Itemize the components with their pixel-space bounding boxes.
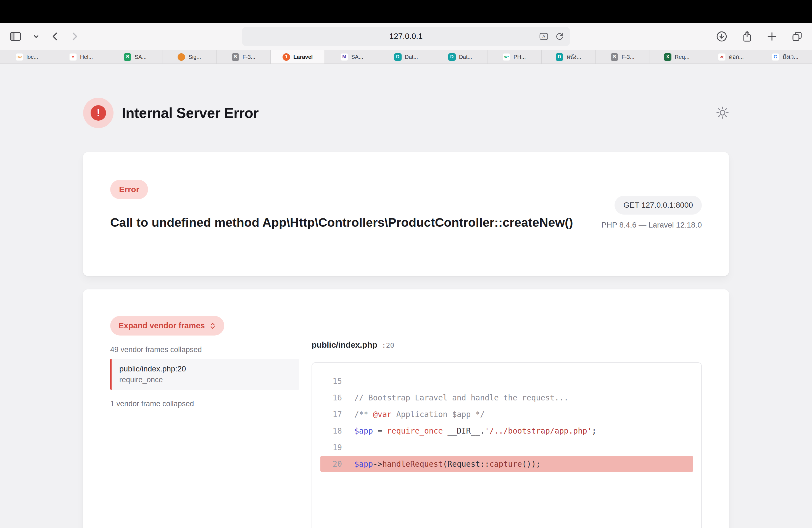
- collapsed-frames-top-note: 49 vendor frames collapsed: [110, 346, 299, 354]
- tab-13[interactable]: ≪ดอก...: [704, 50, 758, 63]
- tab-favicon: PMA: [16, 53, 23, 61]
- code-file-name: public/index.php: [311, 340, 377, 350]
- request-pill: GET 127.0.0.1:8000: [614, 196, 702, 215]
- stack-frame-item[interactable]: public/index.php:20 require_once: [110, 359, 299, 390]
- line-number: 15: [320, 377, 342, 386]
- tabs-overview-icon: [792, 31, 802, 42]
- tab-label: SA...: [134, 54, 146, 60]
- share-icon: [742, 30, 752, 43]
- code-block[interactable]: 1516// Bootstrap Laravel and handle the …: [311, 362, 702, 528]
- forward-icon: [71, 31, 79, 42]
- tab-label: Sig...: [188, 54, 201, 60]
- stack-frame-file: public/index.php:20: [119, 365, 291, 373]
- toolbar-right-group: [714, 29, 804, 44]
- back-icon: [51, 31, 59, 42]
- tab-4[interactable]: SF-3...: [217, 50, 271, 63]
- reload-icon[interactable]: [555, 32, 564, 41]
- tab-2[interactable]: SSA...: [108, 50, 162, 63]
- tab-10[interactable]: Dหนัง...: [541, 50, 596, 63]
- tab-label: ดอก...: [729, 53, 744, 61]
- line-number: 20: [320, 459, 342, 469]
- tab-6[interactable]: MSA...: [325, 50, 379, 63]
- environment-info: PHP 8.4.6 — Laravel 12.18.0: [601, 221, 702, 230]
- tab-label: loc...: [27, 54, 38, 60]
- code-line-20: 20$app->handleRequest(Request::capture()…: [320, 456, 693, 472]
- tab-9[interactable]: W³PH...: [488, 50, 541, 63]
- back-button[interactable]: [49, 29, 61, 44]
- expand-vendor-frames-button[interactable]: Expand vendor frames: [110, 316, 224, 336]
- code-text: // Bootstrap Laravel and handle the requ…: [354, 393, 568, 402]
- code-line-17: 17/** @var Application $app */: [320, 406, 693, 423]
- error-alert-icon: !: [83, 98, 114, 128]
- tab-14[interactable]: Gมีงเว...: [758, 50, 812, 63]
- tab-label: PH...: [513, 54, 526, 60]
- translate-icon[interactable]: A: [539, 32, 549, 41]
- share-button[interactable]: [740, 29, 754, 44]
- tab-label: มีงเว...: [782, 53, 798, 61]
- sidebar-icon: [10, 31, 21, 41]
- url-text: 127.0.0.1: [389, 32, 423, 41]
- error-card: Error GET 127.0.0.1:8000 PHP 8.4.6 — Lar…: [83, 152, 729, 276]
- forward-button[interactable]: [69, 29, 81, 44]
- code-line-16: 16// Bootstrap Laravel and handle the re…: [320, 390, 693, 406]
- code-line-18: 18$app = require_once __DIR__.'/../boots…: [320, 423, 693, 439]
- sidebar-dropdown-button[interactable]: [31, 33, 41, 40]
- new-tab-button[interactable]: [765, 30, 779, 43]
- line-number: 18: [320, 426, 342, 436]
- tab-label: F-3...: [621, 54, 634, 60]
- download-icon: [716, 31, 727, 42]
- tab-favicon: D: [394, 53, 402, 61]
- sidebar-toggle-button[interactable]: [8, 30, 23, 43]
- toolbar-left-group: [8, 29, 81, 44]
- line-number: 16: [320, 393, 342, 402]
- code-text: $app = require_once __DIR__.'/../bootstr…: [354, 426, 597, 436]
- tab-label: Laravel: [293, 54, 313, 60]
- exclamation-icon: !: [91, 105, 106, 121]
- theme-toggle-button[interactable]: [716, 106, 729, 120]
- tab-label: F-3...: [243, 54, 256, 60]
- tab-overview-button[interactable]: [790, 29, 804, 44]
- tab-label: หนัง...: [566, 53, 581, 61]
- error-message: Call to undefined method App\Http\Contro…: [110, 214, 580, 232]
- url-field[interactable]: 127.0.0.1 A: [242, 27, 570, 46]
- tab-12[interactable]: XReq...: [650, 50, 704, 63]
- tab-label: Hel...: [80, 54, 93, 60]
- downloads-button[interactable]: [714, 29, 729, 44]
- code-file-line: :20: [382, 341, 394, 349]
- collapsed-frames-bottom-note: 1 vendor frame collapsed: [110, 400, 299, 408]
- tab-favicon: S: [611, 53, 618, 61]
- tab-favicon: [178, 53, 185, 61]
- page-header: ! Internal Server Error: [83, 98, 729, 128]
- tab-5-active[interactable]: 1Laravel: [271, 50, 325, 63]
- svg-text:A: A: [542, 34, 546, 39]
- tab-0[interactable]: PMAloc...: [0, 50, 54, 63]
- page-content: ! Internal Server Error Error GET 12: [0, 64, 812, 528]
- plus-icon: [767, 31, 777, 42]
- tab-bar: PMAloc...♥Hel...SSA...Sig...SF-3...1Lara…: [0, 50, 812, 64]
- tab-11[interactable]: SF-3...: [596, 50, 650, 63]
- code-text: /** @var Application $app */: [354, 410, 485, 419]
- screen: 127.0.0.1 A: [0, 0, 812, 528]
- tab-favicon: S: [124, 53, 131, 61]
- tab-8[interactable]: DDat...: [433, 50, 488, 63]
- tab-7[interactable]: DDat...: [379, 50, 433, 63]
- stack-trace-card: Expand vendor frames 49 vendor frames co…: [83, 289, 729, 528]
- tab-3[interactable]: Sig...: [162, 50, 217, 63]
- tab-favicon: G: [772, 53, 779, 61]
- code-line-19: 19: [320, 439, 693, 456]
- tab-favicon: D: [448, 53, 456, 61]
- stack-frame-method: require_once: [119, 376, 291, 384]
- macos-menubar: [0, 0, 812, 23]
- url-field-icons: A: [539, 27, 564, 46]
- tab-1[interactable]: ♥Hel...: [54, 50, 108, 63]
- frames-column: Expand vendor frames 49 vendor frames co…: [110, 316, 299, 528]
- chevron-down-icon: [33, 34, 39, 39]
- tab-label: Dat...: [459, 54, 472, 60]
- tab-favicon: S: [232, 53, 239, 61]
- request-meta: GET 127.0.0.1:8000 PHP 8.4.6 — Laravel 1…: [601, 196, 702, 230]
- tab-label: Dat...: [405, 54, 418, 60]
- error-badge: Error: [110, 180, 148, 199]
- browser-toolbar: 127.0.0.1 A: [0, 23, 812, 50]
- tab-favicon: D: [556, 53, 563, 61]
- tab-favicon: M: [340, 53, 348, 61]
